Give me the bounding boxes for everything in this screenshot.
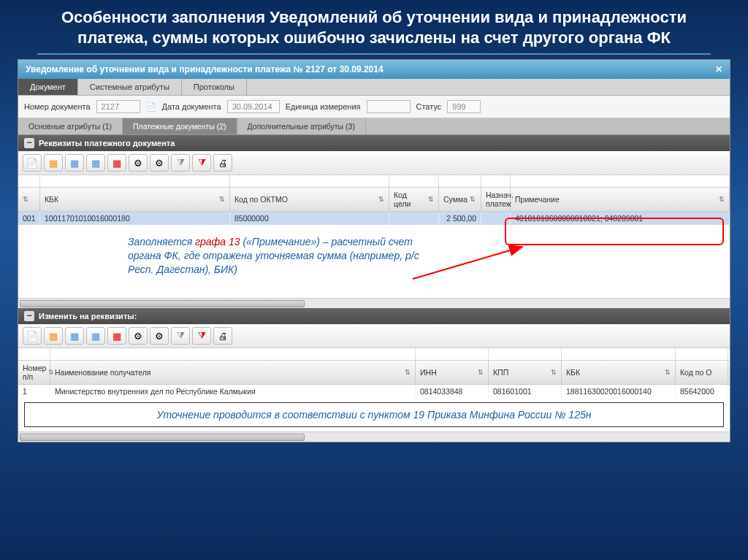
window-title-bar: Уведомление об уточнении вида и принадле… [18,60,730,79]
col2-kpp[interactable]: КПП⇅ [489,361,562,384]
title-underline [37,53,711,55]
unit-label: Единица измерения [286,102,361,111]
tb-grid2-icon[interactable]: ▦ [65,154,84,172]
cell-kodceli [389,212,439,225]
tab-protocols[interactable]: Протоколы [182,79,247,95]
col-spacer[interactable]: ⇅ [18,188,40,211]
cell-nazn [481,212,511,225]
tb2-gear-icon[interactable]: ⚙ [129,327,148,345]
col-nazn[interactable]: Назнач. платеж [481,188,511,211]
window-title: Уведомление об уточнении вида и принадле… [26,64,383,74]
subtab-extra-attrs[interactable]: Дополнительные атрибуты (3) [237,118,366,134]
cell-oktmo: 85000000 [230,212,389,225]
cell2-name: Министерство внутренних дел по Республик… [50,385,416,398]
tb2-funnel-icon[interactable]: ⧩ [171,327,190,345]
tb-del-icon[interactable]: ▦ [107,154,126,172]
tb2-gear2-icon[interactable]: ⚙ [150,327,169,345]
cell2-okt: 85642000 [676,385,728,398]
slide-title: Особенности заполнения Уведомлений об ут… [0,0,748,53]
footnote-box: Уточнение проводится в соответствии с пу… [24,402,724,427]
collapse-icon[interactable]: − [24,138,34,148]
col2-okt[interactable]: Код по О [676,361,728,384]
grid1-scrollbar[interactable] [18,298,730,308]
cell-prim: 40101810600000010021; 048209001 [511,212,730,225]
grid1-header: ⇅ КБК⇅ Код по ОКТМО⇅ Код цели⇅ Сумма⇅ На… [18,188,730,212]
tb2-del-icon[interactable]: ▦ [107,327,126,345]
col2-name[interactable]: Наименование получателя⇅ [50,361,416,384]
doc-date-input[interactable] [227,100,280,113]
cell2-kpp: 081601001 [489,385,562,398]
section1-header: − Реквизиты платежного документа [18,135,730,151]
grid2-row[interactable]: 1 Министерство внутренних дел по Республ… [18,385,730,398]
grid1-filter-row [18,175,730,188]
close-icon[interactable]: ✕ [715,64,722,74]
tb2-new-icon[interactable]: 📄 [23,327,42,345]
tb2-funnel-del-icon[interactable]: ⧩ [192,327,211,345]
tb2-grid2-icon[interactable]: ▦ [65,327,84,345]
col-prim[interactable]: Примечание⇅ [511,188,730,211]
col2-inn[interactable]: ИНН⇅ [416,361,489,384]
section1-title: Реквизиты платежного документа [39,139,175,147]
grid1-row[interactable]: 001 10011701010016000180 85000000 2 500,… [18,212,730,225]
tb-gear2-icon[interactable]: ⚙ [150,154,169,172]
tb-grid3-icon[interactable]: ▦ [86,154,105,172]
grid2-filter-row [18,348,730,361]
status-label: Статус [416,102,442,111]
sub-tabs: Основные атрибуты (1) Платежные документ… [18,118,730,135]
col-kbk[interactable]: КБК⇅ [40,188,230,211]
doc-form-row: Номер документа 📄 Дата документа Единица… [18,96,730,118]
tb-gear-icon[interactable]: ⚙ [129,154,148,172]
tb2-print-icon[interactable]: 🖨 [213,327,232,345]
col-summa[interactable]: Сумма⇅ [439,188,481,211]
cell2-kbk: 18811630020016000140 [562,385,676,398]
col2-kbk[interactable]: КБК⇅ [562,361,676,384]
tab-system-attrs[interactable]: Системные атрибуты [78,79,182,95]
doc-num-input[interactable] [96,100,140,113]
tb-print-icon[interactable]: 🖨 [213,154,232,172]
cell-summa: 2 500,00 [439,212,481,225]
cell2-inn: 0814033848 [416,385,489,398]
annotation-text: Заполняется графа 13 («Примечание») – ра… [128,235,435,277]
section2-title: Изменить на реквизиты: [39,312,137,321]
grid1-toolbar: 📄 ▦ ▦ ▦ ▦ ⚙ ⚙ ⧩ ⧩ 🖨 [18,151,730,175]
tb2-grid1-icon[interactable]: ▦ [44,327,63,345]
tb-new-icon[interactable]: 📄 [23,154,42,172]
status-input[interactable] [447,100,481,113]
tb-funnel-icon[interactable]: ⧩ [171,154,190,172]
doc-icon[interactable]: 📄 [146,102,156,112]
subtab-payment-docs[interactable]: Платежные документы (2) [123,118,237,134]
cell-num: 001 [18,212,40,225]
grid2-scrollbar[interactable] [18,431,730,442]
subtab-main-attrs[interactable]: Основные атрибуты (1) [18,118,123,134]
doc-date-label: Дата документа [162,102,221,111]
grid2-header: Номер п/п⇅ Наименование получателя⇅ ИНН⇅… [18,361,730,385]
unit-input[interactable] [367,100,411,113]
col-oktmo[interactable]: Код по ОКТМО⇅ [230,188,389,211]
tb-grid1-icon[interactable]: ▦ [44,154,63,172]
col2-num[interactable]: Номер п/п⇅ [18,361,50,384]
main-tabs: Документ Системные атрибуты Протоколы [18,79,730,96]
tb-funnel-del-icon[interactable]: ⧩ [192,154,211,172]
collapse-icon-2[interactable]: − [24,311,34,321]
grid2-toolbar: 📄 ▦ ▦ ▦ ▦ ⚙ ⚙ ⧩ ⧩ 🖨 [18,324,730,348]
doc-num-label: Номер документа [24,102,91,111]
tab-document[interactable]: Документ [18,79,78,95]
section2-header: − Изменить на реквизиты: [18,308,730,324]
tb2-grid3-icon[interactable]: ▦ [86,327,105,345]
cell-kbk: 10011701010016000180 [40,212,230,225]
app-window: Уведомление об уточнении вида и принадле… [18,59,730,442]
cell2-num: 1 [18,385,50,398]
col-kodceli[interactable]: Код цели⇅ [389,188,439,211]
